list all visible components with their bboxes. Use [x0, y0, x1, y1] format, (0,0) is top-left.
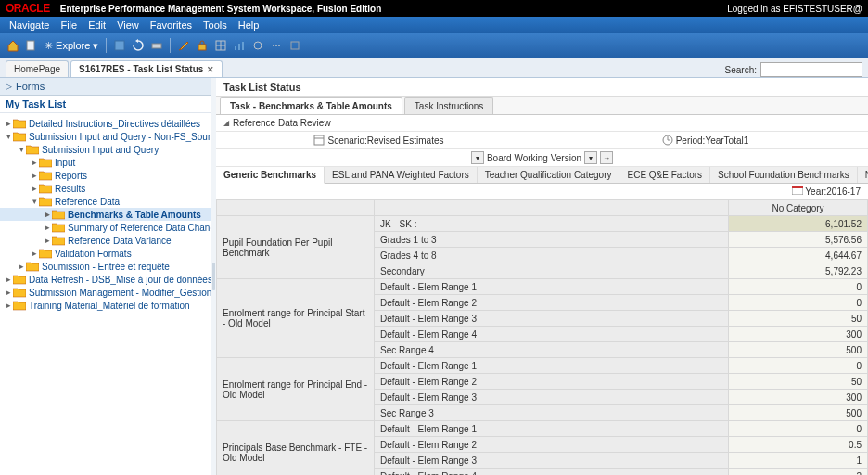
twisty-icon[interactable]: ▸	[4, 275, 13, 284]
twisty-icon[interactable]: ▸	[30, 171, 39, 180]
explore-dropdown[interactable]: ✳ Explore ▾	[43, 40, 100, 52]
folder-icon	[39, 248, 52, 259]
print-icon[interactable]	[149, 38, 164, 53]
menu-tools[interactable]: Tools	[203, 19, 227, 31]
tree-node-label: Submission Input and Query - Non-FS_Soum…	[29, 132, 211, 142]
subtab-instructions[interactable]: Task Instructions	[404, 97, 493, 114]
pov-period[interactable]: Period:YearTotal1	[542, 132, 868, 148]
twisty-icon[interactable]: ▸	[30, 158, 39, 167]
tree-node[interactable]: ▸Submission Management - Modifier_Gestio…	[0, 286, 211, 299]
subtab-benchmarks[interactable]: Task - Benchmarks & Table Amounts	[220, 97, 402, 114]
new-icon[interactable]	[24, 38, 39, 53]
tree-node[interactable]: ▾Reference Data	[0, 195, 211, 208]
menu-file[interactable]: File	[60, 19, 77, 31]
extra-icon[interactable]	[287, 38, 302, 53]
cell-value[interactable]: 300	[729, 390, 868, 405]
svg-rect-14	[291, 42, 299, 49]
cell-value[interactable]: 0	[729, 279, 868, 295]
tree-node[interactable]: ▸Soumission - Entrée et requête	[0, 260, 211, 273]
cell-value[interactable]: 2	[729, 469, 868, 476]
tree-node[interactable]: ▸Reports	[0, 169, 211, 182]
task-tree: ▸Detailed Instructions_Directives détail…	[0, 113, 211, 475]
twisty-icon[interactable]: ▸	[4, 119, 13, 128]
folder-icon	[39, 183, 52, 194]
twisty-icon[interactable]: ▸	[43, 210, 52, 219]
cell-value[interactable]: 5,576.56	[729, 232, 868, 248]
search-input[interactable]	[760, 62, 862, 77]
benchmark-tab[interactable]: ECE Q&E Factors	[619, 167, 710, 183]
menu-help[interactable]: Help	[238, 19, 260, 31]
version-menu-icon[interactable]: ▾	[584, 151, 597, 164]
cell-value[interactable]: 0.5	[729, 437, 868, 453]
twisty-icon[interactable]: ▸	[4, 288, 13, 297]
cell-value[interactable]: 1	[729, 453, 868, 469]
cell-value[interactable]: 5,792.23	[729, 263, 868, 279]
tab-homepage[interactable]: HomePage	[6, 60, 69, 77]
cell-value[interactable]: 6,101.52	[729, 216, 868, 232]
twisty-icon[interactable]: ▸	[4, 301, 13, 310]
cell-value[interactable]: 4,644.67	[729, 248, 868, 263]
table-row: Enrolment range for Principal End - Old …	[217, 358, 868, 374]
twisty-icon[interactable]: ▸	[30, 184, 39, 193]
lock-icon[interactable]	[195, 38, 210, 53]
menu-navigate[interactable]: Navigate	[9, 19, 49, 31]
twisty-icon[interactable]: ▸	[17, 262, 26, 271]
svg-point-12	[275, 45, 277, 46]
benchmark-tab[interactable]: Generic Benchmarks	[216, 167, 325, 184]
tree-node[interactable]: ▾Submission Input and Query - Non-FS_Sou…	[0, 130, 211, 143]
folder-icon	[13, 118, 26, 129]
twisty-icon[interactable]: ▾	[4, 132, 13, 141]
tree-node[interactable]: ▸Summary of Reference Data Changes	[0, 221, 211, 234]
cell-value[interactable]: 50	[729, 374, 868, 390]
grid-icon[interactable]	[213, 38, 228, 53]
benchmark-tab[interactable]: School Foundation Benchmarks	[710, 167, 858, 183]
cell-value[interactable]: 0	[729, 421, 868, 437]
reference-data-section[interactable]: ◢ Reference Data Review	[216, 115, 868, 132]
table-row: Pupil Foundation Per Pupil BenchmarkJK -…	[217, 216, 868, 232]
tree-node[interactable]: ▸Benchmarks & Table Amounts	[0, 208, 211, 221]
toolbar: ✳ Explore ▾	[0, 33, 868, 58]
menu-edit[interactable]: Edit	[88, 19, 106, 31]
close-icon[interactable]: ✕	[207, 65, 214, 74]
edit-icon[interactable]	[176, 38, 191, 53]
tree-node[interactable]: ▸Data Refresh - DSB_Mise à jour de donné…	[0, 273, 211, 286]
tree-node[interactable]: ▾Submission Input and Query	[0, 143, 211, 156]
folder-icon	[52, 222, 65, 233]
chart-icon[interactable]	[232, 38, 247, 53]
tools-icon[interactable]	[250, 38, 265, 53]
tree-node[interactable]: ▸Reference Data Variance	[0, 234, 211, 247]
cell-value[interactable]: 0	[729, 295, 868, 311]
tree-node[interactable]: ▸Results	[0, 182, 211, 195]
save-icon[interactable]	[112, 38, 127, 53]
twisty-icon[interactable]: ▾	[30, 197, 39, 206]
refresh-icon[interactable]	[131, 38, 146, 53]
version-dropdown-icon[interactable]: ▾	[471, 151, 484, 164]
cell-value[interactable]: 0	[729, 358, 868, 374]
pov-scenario[interactable]: Scenario:Revised Estimates	[216, 132, 542, 148]
go-button[interactable]: →	[600, 151, 613, 164]
tree-node[interactable]: ▸Detailed Instructions_Directives détail…	[0, 117, 211, 130]
row-sub-header: Default - Elem Range 3	[375, 453, 729, 469]
cell-value[interactable]: 500	[729, 405, 868, 421]
twisty-icon[interactable]: ▸	[43, 236, 52, 245]
twisty-icon[interactable]: ▸	[30, 249, 39, 258]
tab-tasklist[interactable]: S1617RES - Task List Status✕	[70, 60, 223, 77]
tree-node[interactable]: ▸Validation Formats	[0, 247, 211, 260]
benchmark-tab[interactable]: ESL and PANA Weighted Factors	[325, 167, 478, 183]
more-icon[interactable]	[269, 38, 284, 53]
menu-view[interactable]: View	[117, 19, 139, 31]
collapse-icon: ◢	[223, 119, 229, 127]
forms-header[interactable]: ▷ Forms	[0, 78, 211, 96]
folder-icon	[13, 131, 26, 142]
menu-favorites[interactable]: Favorites	[150, 19, 192, 31]
cell-value[interactable]: 300	[729, 327, 868, 342]
tree-node[interactable]: ▸Input	[0, 156, 211, 169]
cell-value[interactable]: 500	[729, 342, 868, 358]
tree-node[interactable]: ▸Training Material_Matériel de formation	[0, 299, 211, 312]
twisty-icon[interactable]: ▾	[17, 145, 26, 154]
benchmark-tab[interactable]: Teacher Qualification Category	[478, 167, 620, 183]
home-icon[interactable]	[6, 38, 20, 53]
cell-value[interactable]: 50	[729, 311, 868, 327]
benchmark-tab[interactable]: Notional Shares - Elementary	[858, 167, 868, 183]
twisty-icon[interactable]: ▸	[43, 223, 52, 232]
